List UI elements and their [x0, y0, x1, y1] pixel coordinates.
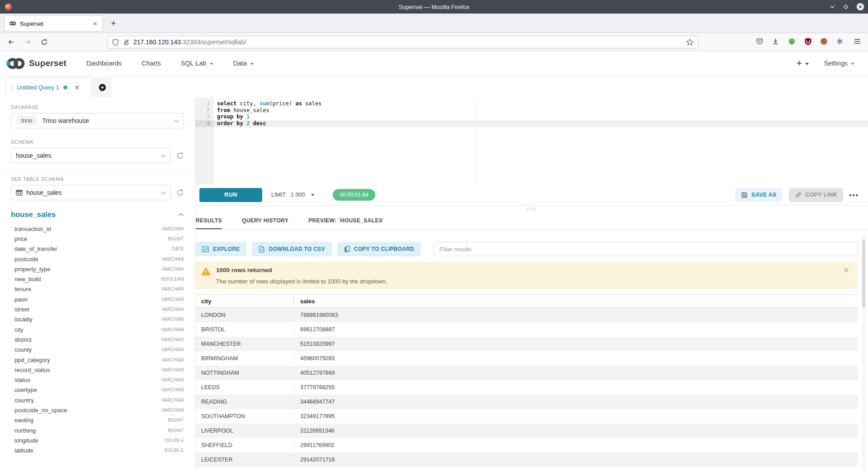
table-row[interactable]: LIVERPOOL 31126991346: [195, 424, 858, 438]
copy-link-button[interactable]: COPY LINK: [789, 188, 844, 202]
column-type: VARCHAR: [161, 257, 184, 262]
shield-icon[interactable]: [112, 39, 119, 46]
header-sales[interactable]: sales: [294, 298, 315, 305]
extension-asterisk-icon[interactable]: [836, 38, 844, 45]
nav-item-charts[interactable]: Charts: [142, 60, 161, 67]
schema-select[interactable]: house_sales: [11, 148, 171, 163]
save-as-button[interactable]: SAVE AS: [735, 188, 783, 202]
column-row[interactable]: usertype VARCHAR: [11, 385, 184, 395]
tab-query-history[interactable]: QUERY HISTORY: [242, 212, 288, 229]
table-row[interactable]: LONDON 788861960063: [195, 308, 858, 322]
settings-menu[interactable]: Settings: [824, 60, 854, 67]
nav-item-sql-lab[interactable]: SQL Lab: [181, 60, 213, 67]
query-tab-close-icon[interactable]: [75, 85, 80, 90]
database-select[interactable]: trino Trino warehouse: [11, 113, 184, 128]
table-row[interactable]: SOUTHAMPTON 32349177895: [195, 409, 858, 424]
column-row[interactable]: latitude DOUBLE: [11, 446, 184, 456]
privacy-badger-icon[interactable]: [788, 38, 796, 45]
add-query-tab-button[interactable]: [93, 77, 112, 97]
copy-to-clipboard-button[interactable]: COPY TO CLIPBOARD: [337, 242, 421, 256]
column-row[interactable]: locality VARCHAR: [11, 315, 184, 325]
nav-item-data[interactable]: Data: [233, 60, 254, 67]
pane-resize-handle[interactable]: [195, 206, 868, 212]
limit-dropdown[interactable]: LIMIT: 1 000: [271, 192, 315, 198]
tab-close-icon[interactable]: [93, 21, 98, 26]
table-row[interactable]: LEEDS 37779768255: [195, 380, 858, 395]
pocket-icon[interactable]: [756, 38, 764, 45]
column-row[interactable]: new_build BOOLEAN: [11, 274, 184, 284]
column-row[interactable]: ppd_category VARCHAR: [11, 355, 184, 365]
column-row[interactable]: tenure VARCHAR: [11, 284, 184, 294]
browser-tab-superset[interactable]: Superset: [5, 16, 102, 31]
scrollbar-thumb[interactable]: [862, 240, 865, 307]
tab-results[interactable]: RESULTS: [196, 212, 222, 229]
add-new-button[interactable]: +: [797, 58, 809, 69]
sql-editor[interactable]: 1234 select city, sum(price) as salesfro…: [195, 97, 868, 184]
new-tab-button[interactable]: +: [108, 18, 119, 29]
sql-line[interactable]: from house_sales: [214, 107, 868, 114]
hamburger-menu-icon[interactable]: [854, 38, 861, 45]
back-button[interactable]: [5, 36, 17, 48]
forward-button[interactable]: [22, 36, 33, 48]
table-row[interactable]: BIRMINGHAM 45960075093: [195, 351, 858, 366]
close-window-icon[interactable]: [856, 3, 864, 11]
column-row[interactable]: longitude DOUBLE: [11, 435, 184, 445]
table-row[interactable]: READING 34468947747: [195, 395, 858, 409]
cell-city: BIRMINGHAM: [195, 351, 294, 366]
bookmark-star-icon[interactable]: [686, 38, 693, 46]
tab-preview-house-sales[interactable]: PREVIEW: `HOUSE_SALES`: [308, 212, 385, 229]
results-table-header[interactable]: city sales: [195, 294, 858, 308]
alert-close-icon[interactable]: [844, 268, 849, 273]
column-row[interactable]: city VARCHAR: [11, 325, 184, 334]
query-tab[interactable]: Untitled Query 1: [5, 77, 92, 97]
column-row[interactable]: record_status VARCHAR: [11, 365, 184, 375]
column-row[interactable]: price BIGINT: [11, 234, 184, 244]
column-row[interactable]: paon VARCHAR: [11, 294, 184, 304]
table-name[interactable]: house_sales: [11, 210, 56, 219]
table-row[interactable]: LEICESTER 29142071716: [195, 452, 858, 467]
sql-line[interactable]: select city, sum(price) as sales: [214, 100, 868, 107]
url-bar[interactable]: 217.160.120.143:32393/superset/sqllab/: [107, 36, 698, 48]
refresh-schemas-icon[interactable]: [176, 152, 184, 160]
download-csv-button[interactable]: DOWNLOAD TO CSV: [252, 242, 331, 256]
results-actions-row: EXPLORE DOWNLOAD TO CSV COPY TO CLIPBOAR…: [195, 242, 868, 256]
column-row[interactable]: easting BIGINT: [11, 415, 184, 425]
table-row[interactable]: MANCHESTER 51510820997: [195, 337, 858, 351]
download-icon[interactable]: [772, 38, 779, 45]
column-row[interactable]: status VARCHAR: [11, 375, 184, 385]
cookie-icon[interactable]: [820, 38, 828, 45]
drag-handle-icon[interactable]: [11, 84, 13, 91]
column-row[interactable]: property_type VARCHAR: [11, 264, 184, 274]
insecure-lock-icon[interactable]: [123, 39, 130, 46]
explore-button[interactable]: EXPLORE: [195, 242, 246, 256]
column-row[interactable]: postcode VARCHAR: [11, 254, 184, 264]
table-row[interactable]: BRISTOL 69612708887: [195, 322, 858, 337]
header-city[interactable]: city: [195, 295, 294, 307]
column-row[interactable]: northing BIGINT: [11, 425, 184, 435]
sql-line[interactable]: group by 1: [214, 113, 868, 120]
collapse-table-icon[interactable]: [178, 212, 184, 217]
ublock-icon[interactable]: [804, 38, 812, 45]
reload-button[interactable]: [38, 36, 50, 48]
column-row[interactable]: district VARCHAR: [11, 334, 184, 344]
table-schema-select[interactable]: house_sales: [11, 185, 171, 200]
sql-line[interactable]: order by 2 desc: [214, 120, 868, 127]
column-row[interactable]: transaction_id VARCHAR: [11, 224, 184, 234]
table-row[interactable]: SHEFFIELD 29911769902: [195, 438, 858, 452]
column-row[interactable]: date_of_transfer DATE: [11, 244, 184, 254]
nav-item-dashboards[interactable]: Dashboards: [86, 60, 122, 67]
refresh-tables-icon[interactable]: [176, 189, 184, 197]
maximize-icon[interactable]: [843, 4, 849, 10]
column-type: VARCHAR: [161, 408, 184, 413]
table-row[interactable]: NOTTINGHAM 40512797869: [195, 366, 858, 380]
superset-logo[interactable]: Superset: [6, 57, 66, 70]
run-button[interactable]: RUN: [199, 188, 262, 202]
column-row[interactable]: postcode_no_space VARCHAR: [11, 405, 184, 415]
results-scrollbar[interactable]: [862, 235, 865, 471]
column-row[interactable]: street VARCHAR: [11, 304, 184, 314]
filter-results-input[interactable]: [434, 242, 858, 256]
column-row[interactable]: country VARCHAR: [11, 395, 184, 405]
more-actions-button[interactable]: •••: [849, 191, 859, 199]
minimize-icon[interactable]: [829, 4, 835, 10]
column-row[interactable]: county VARCHAR: [11, 345, 184, 355]
